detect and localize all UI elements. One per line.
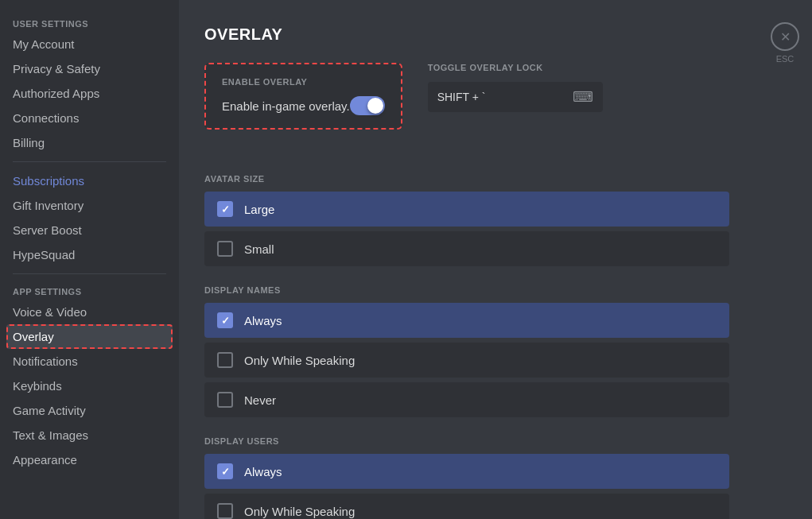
display-users-label: Display Users [204, 436, 780, 446]
user-settings-section-label: User Settings [6, 13, 173, 32]
sidebar-item-my-account[interactable]: My Account [6, 32, 173, 56]
sidebar-divider-2 [13, 273, 166, 274]
display-names-never-option[interactable]: Never [204, 382, 729, 417]
sidebar-item-server-boost[interactable]: Server Boost [6, 218, 173, 242]
display-names-never-label: Never [244, 393, 276, 407]
avatar-size-label: Avatar Size [204, 174, 780, 184]
avatar-large-checkbox [217, 201, 233, 217]
avatar-small-label: Small [244, 242, 274, 256]
display-names-never-checkbox [217, 392, 233, 408]
sidebar-item-privacy-safety[interactable]: Privacy & Safety [6, 56, 173, 81]
sidebar-item-appearance[interactable]: Appearance [6, 447, 173, 472]
display-names-always-option[interactable]: Always [204, 303, 729, 338]
display-names-speaking-checkbox [217, 352, 233, 368]
app-settings-section-label: App Settings [6, 281, 173, 300]
sidebar-item-billing[interactable]: Billing [6, 130, 173, 155]
sidebar-item-game-activity[interactable]: Game Activity [6, 398, 173, 423]
avatar-small-checkbox [217, 241, 233, 257]
toggle-overlay-lock-section: Toggle Overlay Lock SHIFT + ` ⌨ [428, 63, 603, 112]
sidebar-item-keybinds[interactable]: Keybinds [6, 374, 173, 398]
enable-overlay-row: Enable in-game overlay. [222, 96, 385, 115]
sidebar-item-subscriptions[interactable]: Subscriptions [6, 168, 173, 193]
enable-overlay-toggle[interactable] [350, 96, 385, 115]
display-names-speaking-option[interactable]: Only While Speaking [204, 343, 729, 378]
enable-overlay-label: Enable Overlay [222, 77, 385, 87]
sidebar-item-authorized-apps[interactable]: Authorized Apps [6, 81, 173, 106]
display-names-speaking-label: Only While Speaking [244, 354, 355, 367]
display-users-speaking-option[interactable]: Only While Speaking [204, 494, 729, 519]
enable-overlay-description: Enable in-game overlay. [222, 99, 350, 113]
sidebar-item-notifications[interactable]: Notifications [6, 349, 173, 374]
avatar-size-section: Avatar Size Large Small [204, 174, 780, 266]
sidebar-item-text-images[interactable]: Text & Images [6, 423, 173, 447]
sidebar-item-overlay[interactable]: Overlay [6, 324, 173, 349]
sidebar-item-voice-video[interactable]: Voice & Video [6, 300, 173, 324]
display-users-section: Display Users Always Only While Speaking [204, 436, 780, 519]
display-names-always-label: Always [244, 314, 282, 327]
keybind-row[interactable]: SHIFT + ` ⌨ [428, 82, 603, 112]
display-users-always-checkbox [217, 463, 233, 479]
close-button[interactable]: ✕ [771, 22, 799, 51]
enable-overlay-box: Enable Overlay Enable in-game overlay. [204, 63, 402, 130]
sidebar-item-hypesquad[interactable]: HypeSquad [6, 242, 173, 267]
keyboard-icon: ⌨ [573, 88, 593, 106]
display-users-always-option[interactable]: Always [204, 454, 729, 489]
page-title: Overlay [204, 25, 780, 44]
sidebar-item-gift-inventory[interactable]: Gift Inventory [6, 193, 173, 218]
sidebar-divider-1 [13, 161, 166, 162]
display-names-section: Display Names Always Only While Speaking… [204, 285, 780, 417]
esc-area: ✕ ESC [771, 22, 799, 64]
esc-label: ESC [776, 54, 795, 64]
avatar-large-label: Large [244, 203, 274, 216]
display-names-always-checkbox [217, 312, 233, 328]
display-users-always-label: Always [244, 465, 282, 478]
display-users-speaking-checkbox [217, 503, 233, 519]
sidebar-item-connections[interactable]: Connections [6, 106, 173, 130]
main-content: ✕ ESC Overlay Enable Overlay Enable in-g… [179, 0, 812, 519]
avatar-size-small-option[interactable]: Small [204, 231, 729, 266]
toggle-knob [367, 98, 383, 114]
toggle-overlay-lock-label: Toggle Overlay Lock [428, 63, 603, 72]
display-users-speaking-label: Only While Speaking [244, 505, 355, 518]
sidebar: User Settings My Account Privacy & Safet… [0, 0, 179, 519]
keybind-value: SHIFT + ` [437, 91, 566, 103]
display-names-label: Display Names [204, 285, 780, 295]
avatar-size-large-option[interactable]: Large [204, 192, 729, 227]
